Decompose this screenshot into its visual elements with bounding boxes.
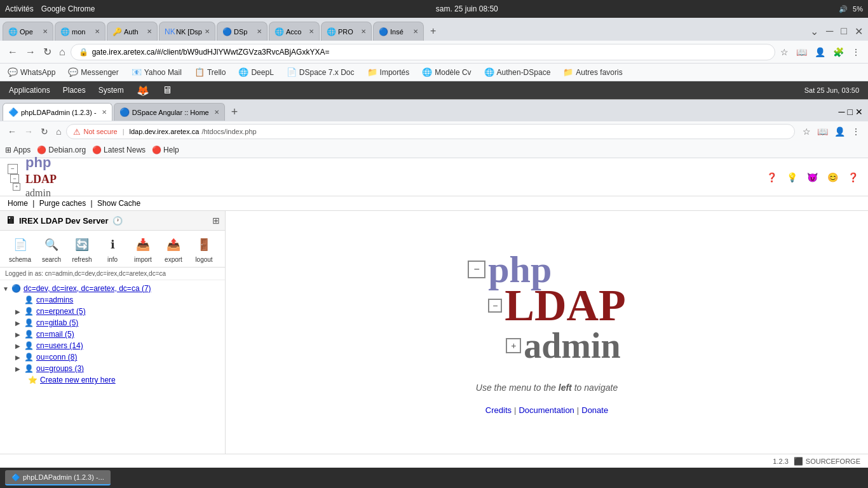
inner-tab-dspace[interactable]: 🔵 DSpace Angular :: Home ✕ [114, 103, 225, 121]
breadcrumb-home[interactable]: Home [8, 199, 28, 208]
tree-item-users[interactable]: ▶ 👤 cn=users (14) [15, 340, 222, 351]
inner-maximize-icon[interactable]: □ [848, 107, 853, 117]
breadcrumb-show-cache[interactable]: Show Cache [97, 199, 140, 208]
star-icon[interactable]: ☆ [778, 44, 791, 60]
conn-label[interactable]: ou=conn (8) [36, 353, 77, 362]
outer-tab-pro[interactable]: 🌐 PRO ✕ [321, 22, 372, 41]
close-window-icon[interactable]: ✕ [852, 24, 865, 39]
create-entry-link[interactable]: ⭐ Create new entry here [15, 374, 222, 386]
outer-address-bar[interactable]: 🔒 gate.irex.aretex.ca/#/client/bW9udHJlY… [71, 44, 775, 60]
tab-list-icon[interactable]: ⌄ [808, 24, 821, 39]
credits-link[interactable]: Credits [485, 405, 512, 415]
os-apps-item-system[interactable]: System [95, 85, 128, 96]
tree-root-label[interactable]: dc=dev, dc=irex, dc=aretex, dc=ca (7) [24, 284, 151, 293]
inner-new-tab-button[interactable]: + [226, 105, 243, 119]
os-browser-label[interactable]: Google Chrome [41, 4, 95, 13]
dspace-tab-close[interactable]: ✕ [214, 109, 219, 116]
erpnext-label[interactable]: cn=erpnext (5) [36, 307, 86, 316]
bookmark-messenger[interactable]: 💬 Messenger [65, 66, 121, 78]
inner-home-button[interactable]: ⌂ [53, 124, 64, 139]
breadcrumb-purge[interactable]: Purge caches [39, 199, 86, 208]
toggle-users[interactable]: ▶ [15, 342, 22, 349]
toggle-mail[interactable]: ▶ [15, 331, 22, 338]
menu-icon[interactable]: ⋮ [849, 44, 863, 60]
tab-close[interactable]: ✕ [43, 28, 48, 35]
taskbar-item-ldap[interactable]: 🔷 phpLDAPadmin (1.2.3) -... [5, 470, 111, 485]
outer-tab-dsp[interactable]: 🔵 DSp ✕ [217, 22, 268, 41]
inner-reload-button[interactable]: ↻ [38, 124, 51, 139]
inner-back-button[interactable]: ← [5, 124, 19, 139]
toggle-erpnext[interactable]: ▶ [15, 308, 22, 315]
outer-tab-ope[interactable]: 🌐 Ope ✕ [3, 22, 53, 41]
tab-close[interactable]: ✕ [309, 28, 314, 35]
os-apps-item-places[interactable]: Places [59, 85, 90, 96]
forward-button[interactable]: → [23, 44, 38, 60]
bulb-icon[interactable]: 💡 [784, 170, 799, 185]
reload-button[interactable]: ↻ [41, 43, 54, 60]
outer-tab-mon[interactable]: 🌐 mon ✕ [55, 22, 105, 41]
outer-tab-inse[interactable]: 🔵 Insé ✕ [373, 22, 424, 41]
devil-icon[interactable]: 😈 [804, 170, 820, 185]
inner-close-icon[interactable]: ✕ [855, 107, 863, 117]
tab-close[interactable]: ✕ [257, 28, 262, 35]
inner-bookmark-apps[interactable]: ⊞ Apps [5, 146, 31, 154]
account-icon[interactable]: 👤 [812, 44, 828, 60]
gitlab-label[interactable]: cn=gitlab (5) [36, 318, 78, 327]
back-button[interactable]: ← [5, 44, 20, 60]
tab-close[interactable]: ✕ [413, 28, 418, 35]
bookmark-trello[interactable]: 📋 Trello [192, 66, 229, 78]
tab-close[interactable]: ✕ [205, 28, 210, 35]
os-volume-icon[interactable]: 🔊 [839, 5, 848, 13]
toggle-gitlab[interactable]: ▶ [15, 320, 22, 327]
donate-link[interactable]: Donate [581, 405, 608, 415]
outer-tab-nk[interactable]: NK NK [Dsp ✕ [159, 22, 215, 41]
bookmark-authen[interactable]: 🌐 Authen-DSpace [482, 66, 553, 78]
help-icon[interactable]: ❓ [764, 170, 779, 185]
tree-item-gitlab[interactable]: ▶ 👤 cn=gitlab (5) [15, 317, 222, 329]
extensions-icon[interactable]: 🧩 [831, 44, 846, 60]
question-icon[interactable]: ❓ [845, 170, 860, 185]
create-entry-label[interactable]: Create new entry here [40, 376, 116, 384]
toggle-conn[interactable]: ▶ [15, 354, 22, 361]
tree-item-erpnext[interactable]: ▶ 👤 cn=erpnext (5) [15, 306, 222, 317]
schema-tool[interactable]: 📄 schema [5, 233, 35, 264]
home-button[interactable]: ⌂ [57, 44, 68, 60]
os-activities[interactable]: Activités [5, 4, 34, 13]
bookmark-dspace[interactable]: 📄 DSpace 7.x Doc [284, 66, 357, 78]
inner-reader-icon[interactable]: 📖 [815, 124, 831, 139]
groups-label[interactable]: ou=groups (3) [36, 364, 84, 373]
tree-item-mail[interactable]: ▶ 👤 cn=mail (5) [15, 329, 222, 340]
new-tab-button[interactable]: + [425, 25, 441, 37]
mail-label[interactable]: cn=mail (5) [36, 330, 74, 339]
tree-toggle[interactable]: ▼ [3, 285, 9, 292]
tab-close[interactable]: ✕ [361, 28, 366, 35]
toggle-groups[interactable]: ▶ [15, 365, 22, 372]
export-tool[interactable]: 📤 export [159, 233, 187, 264]
smiley-icon[interactable]: 😊 [825, 170, 840, 185]
import-tool[interactable]: 📥 import [129, 233, 157, 264]
users-label[interactable]: cn=users (14) [36, 341, 83, 350]
inner-account-icon[interactable]: 👤 [832, 124, 848, 139]
inner-bookmark-debian[interactable]: 🔴 Debian.org [37, 146, 86, 154]
bookmark-deepl[interactable]: 🌐 DeepL [236, 66, 276, 78]
tree-root[interactable]: ▼ 🔵 dc=dev, dc=irex, dc=aretex, dc=ca (7… [3, 283, 222, 294]
sourceforge-link[interactable]: ⬛ SOURCEFORGE [794, 457, 860, 466]
tab-close[interactable]: ✕ [147, 28, 152, 35]
inner-menu-icon[interactable]: ⋮ [849, 124, 863, 139]
os-apps-item-applications[interactable]: Applications [5, 85, 54, 96]
search-tool[interactable]: 🔍 search [37, 233, 65, 264]
admins-label[interactable]: cn=admins [36, 295, 73, 304]
inner-forward-button[interactable]: → [22, 124, 36, 139]
bookmark-whatsapp[interactable]: 💬 WhatsApp [5, 66, 58, 78]
ldap-tab-close[interactable]: ✕ [102, 109, 107, 116]
documentation-link[interactable]: Documentation [519, 405, 574, 415]
inner-address-bar[interactable]: ⚠ Not secure | ldap.dev.irex.aretex.ca /… [66, 124, 795, 139]
inner-tab-ldap[interactable]: 🔷 phpLDAPadmin (1.2.3) - ✕ [3, 103, 112, 121]
inner-minimize-icon[interactable]: ─ [839, 107, 845, 117]
tab-close[interactable]: ✕ [95, 28, 100, 35]
tree-item-conn[interactable]: ▶ 👤 ou=conn (8) [15, 351, 222, 363]
minimize-icon[interactable]: ─ [824, 24, 836, 38]
inner-star-icon[interactable]: ☆ [800, 124, 813, 139]
inner-bookmark-help[interactable]: 🔴 Help [152, 146, 179, 154]
reader-icon[interactable]: 📖 [794, 44, 810, 60]
